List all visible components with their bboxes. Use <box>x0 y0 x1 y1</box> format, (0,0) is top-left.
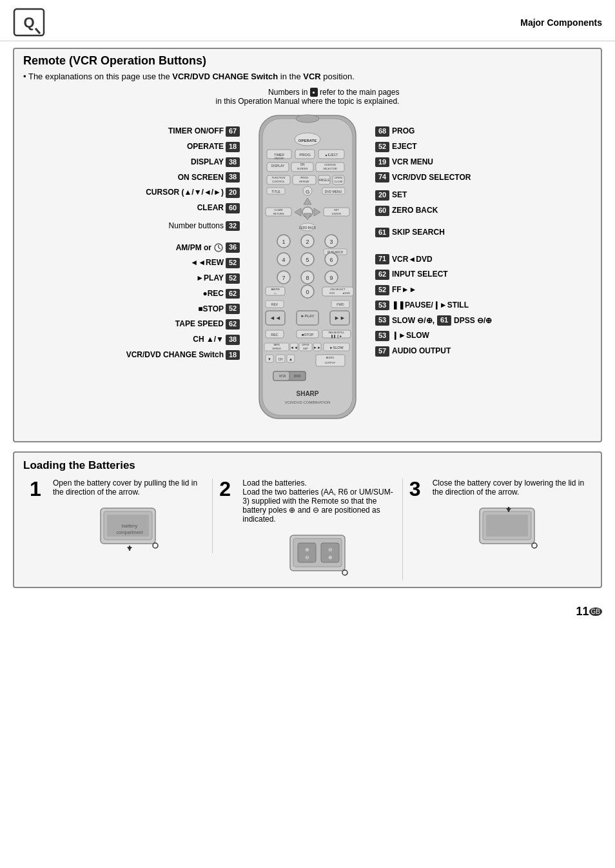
svg-text:REPEAT: REPEAT <box>299 180 309 183</box>
svg-text:CH: CH <box>278 357 283 361</box>
svg-text:■STOP: ■STOP <box>302 333 314 337</box>
battery-step-2: 2 Load the batteries.Load the two batter… <box>213 478 402 580</box>
svg-text:SCREEN: SCREEN <box>297 167 308 170</box>
svg-line-5 <box>219 248 220 249</box>
svg-text:VCR: VCR <box>279 374 286 378</box>
label-vcr-dvd: 71 VCR◄DVD <box>375 253 433 266</box>
svg-text:G: G <box>306 189 309 195</box>
svg-text:4: 4 <box>282 257 285 263</box>
svg-text:CONTROL: CONTROL <box>272 180 285 183</box>
label-tape-speed: TAPE SPEED 62 <box>175 318 240 331</box>
left-labels: TIMER ON/OFF 67 OPERATE 18 DISPLAY 38 ON… <box>98 112 240 361</box>
svg-text:ANGLE: ANGLE <box>319 178 331 182</box>
svg-text:◄◄: ◄◄ <box>269 315 281 321</box>
page-number: 11 <box>576 605 589 618</box>
battery-step-3: 3 Close the battery cover by lowering th… <box>403 478 592 553</box>
svg-text:ENTER: ENTER <box>332 212 341 215</box>
batteries-title: Loading the Batteries <box>23 459 592 472</box>
svg-text:⊕: ⊕ <box>304 547 309 553</box>
remote-image: OPERATE TIMER ON/OFF PROG ▲EJECT DISPLAY <box>246 112 369 428</box>
svg-text:0: 0 <box>306 289 309 295</box>
label-i-slow: 53 ❙►SLOW <box>375 330 429 342</box>
svg-text:5: 5 <box>306 257 309 263</box>
svg-text:TAPE: TAPE <box>273 343 280 346</box>
label-ff: 52 FF►► <box>375 284 416 297</box>
page-content: Remote (VCR Operation Buttons) • The exp… <box>0 41 615 601</box>
label-rew: ◄◄REW 52 <box>190 257 240 270</box>
svg-text:REV: REV <box>271 302 278 306</box>
svg-text:SPEED: SPEED <box>272 347 281 350</box>
svg-text:REC: REC <box>271 333 278 337</box>
svg-text:FUNCTION: FUNCTION <box>272 176 286 179</box>
label-vcr-dvd-selector: 74 VCR/DVD SELECTOR <box>375 171 471 184</box>
label-vcr-menu: 19 VCR MENU <box>375 156 433 169</box>
svg-text:▼: ▼ <box>268 357 271 361</box>
label-am-pm: AM/PM or 36 <box>176 241 240 254</box>
svg-text:SKP: SKP <box>303 347 308 350</box>
svg-text:battery: battery <box>121 523 137 529</box>
svg-text:OPERATE: OPERATE <box>298 139 317 143</box>
svg-text:Q: Q <box>23 14 34 30</box>
svg-line-2 <box>35 28 40 34</box>
svg-text:TITLE: TITLE <box>271 190 280 193</box>
svg-text:2: 2 <box>306 239 309 245</box>
battery-step-1: 1 Open the battery cover by pulling the … <box>23 478 213 553</box>
step-1-number: 1 <box>30 478 41 499</box>
svg-text:⊖: ⊖ <box>327 547 332 553</box>
step-2-image: ⊕ ⊖ ⊖ ⊕ <box>242 529 395 580</box>
svg-point-145 <box>342 570 347 575</box>
svg-text:►SLOW: ►SLOW <box>329 346 344 350</box>
label-stop: ■STOP 52 <box>198 302 240 315</box>
label-rec: ●REC 62 <box>202 288 240 301</box>
numbers-note: Numbers in ▪ refer to the main pagesin t… <box>23 88 592 106</box>
svg-text:CLOSE: CLOSE <box>334 180 343 183</box>
svg-text:ON: ON <box>300 163 305 166</box>
step-3-image <box>433 502 585 553</box>
logo: Q <box>13 8 45 37</box>
svg-text:VCR/DVD: VCR/DVD <box>324 163 336 166</box>
label-audio-output: 57 AUDIO OUTPUT <box>375 345 451 358</box>
intro-text: • The explanations on this page use the … <box>23 72 592 81</box>
svg-text:AUDIO: AUDIO <box>326 356 335 359</box>
remote-section-title: Remote (VCR Operation Buttons) <box>23 54 592 68</box>
step-1-content: Open the battery cover by pulling the li… <box>53 478 206 553</box>
svg-text:6: 6 <box>329 257 333 263</box>
svg-rect-91 <box>297 311 318 325</box>
svg-text:⊖: ⊖ <box>304 555 309 560</box>
svg-text:7: 7 <box>282 275 285 281</box>
label-play: ►PLAY 52 <box>196 272 240 285</box>
step-1-text: Open the battery cover by pulling the li… <box>53 478 206 497</box>
svg-point-151 <box>532 543 537 548</box>
svg-text:PROG: PROG <box>299 153 311 157</box>
svg-text:►►: ►► <box>334 315 346 321</box>
svg-marker-135 <box>127 547 132 551</box>
step-2-number: 2 <box>219 478 231 499</box>
svg-text:⊕: ⊕ <box>327 555 332 560</box>
page-header: Q Major Components <box>0 0 615 41</box>
gb-label: GB <box>589 607 602 616</box>
svg-text:FWD: FWD <box>337 302 344 306</box>
svg-text:❚❚  ❙►: ❚❚ ❙► <box>331 334 342 339</box>
step-2-content: Load the batteries.Load the two batterie… <box>242 478 395 580</box>
label-pause-still: 53 ❚❚PAUSE/❙►STILL <box>375 299 469 312</box>
svg-text:DVD: DVD <box>294 374 301 378</box>
page-footer: 11 GB <box>0 601 615 622</box>
svg-text:SHARP: SHARP <box>296 390 318 397</box>
label-cursor: CURSOR (▲/▼/◄/►) 20 <box>146 186 240 199</box>
step-3-number: 3 <box>409 478 421 499</box>
svg-text:/PROG: /PROG <box>300 176 309 179</box>
svg-text:►►: ►► <box>313 346 321 350</box>
svg-text:ZERO BACK: ZERO BACK <box>299 226 316 230</box>
svg-text:▲EJECT: ▲EJECT <box>325 153 338 157</box>
label-slow-dpss: 53 SLOW ⊖/⊕, 61 DPSS ⊖/⊕ <box>375 314 492 327</box>
label-number-buttons: Number buttons 32 <box>169 220 240 233</box>
right-labels: 68 PROG 52 EJECT 19 VCR MENU 74 VCR/DVD … <box>375 112 517 358</box>
svg-text:OUTPUT: OUTPUT <box>325 361 336 364</box>
numbers-note-text: Numbers in ▪ refer to the main pagesin t… <box>216 88 400 106</box>
label-prog: 68 PROG <box>375 125 415 138</box>
svg-text:ON/OFF: ON/OFF <box>274 157 284 160</box>
batteries-steps: 1 Open the battery cover by pulling the … <box>23 478 592 580</box>
svg-text:►PLAY: ►PLAY <box>301 314 315 318</box>
label-timer-on-off: TIMER ON/OFF 67 <box>168 125 240 138</box>
label-input-select: 62 INPUT SELECT <box>375 268 448 281</box>
